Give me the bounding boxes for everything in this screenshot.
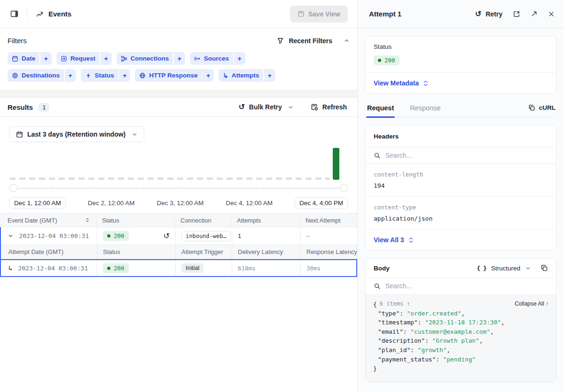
status-badge: 200	[103, 263, 129, 273]
status-badge: 200	[374, 55, 400, 65]
results-header: Results 1 ↺ Bulk Retry Refresh	[0, 98, 357, 117]
header-name: content-length	[374, 171, 548, 178]
json-open-brace[interactable]: {	[373, 300, 377, 309]
body-search	[366, 278, 556, 294]
filter-chip-sources-add[interactable]: +	[234, 55, 245, 62]
filter-chips: Date + Request + Connections + Sources +…	[8, 52, 299, 82]
filter-chip-http-response[interactable]: HTTP Response +	[135, 69, 214, 82]
headers-search-input[interactable]	[385, 152, 548, 159]
filter-chip-date[interactable]: Date +	[8, 52, 52, 65]
filter-chip-attempts[interactable]: ↳Attempts +	[219, 69, 275, 82]
slider-tick	[52, 185, 52, 189]
filters-title: Filters	[8, 37, 27, 45]
slider-handle-end[interactable]	[340, 184, 348, 192]
axis-label: Dec 4, 12:00 AM	[226, 200, 273, 207]
status-dot	[378, 59, 381, 62]
view-all-headers-link[interactable]: View All 3	[374, 236, 414, 244]
time-range-slider[interactable]	[9, 184, 348, 192]
filter-chip-destinations[interactable]: Destinations +	[8, 69, 76, 82]
bulk-retry-button[interactable]: ↺ Bulk Retry	[238, 103, 293, 111]
detail-header: Attempt 1 ↺ Retry	[358, 0, 564, 28]
header-value: application/json	[374, 215, 548, 222]
row-retry-icon[interactable]: ↺	[164, 232, 170, 240]
sidebar-toggle-icon[interactable]	[10, 10, 18, 18]
slider-tick	[179, 185, 179, 189]
axis-label: Dec 3, 12:00 AM	[157, 200, 204, 207]
close-panel-icon[interactable]	[548, 11, 555, 17]
expand-caret-icon[interactable]	[8, 233, 14, 239]
attempt-date: 2023-12-04 03:00:31	[18, 265, 88, 272]
curl-button[interactable]: cURL	[528, 104, 556, 113]
refresh-button[interactable]: Refresh	[311, 103, 347, 111]
json-close-brace: }	[373, 364, 548, 373]
time-axis: Dec 1, 12:00 AM Dec 2, 12:00 AM Dec 3, 1…	[9, 196, 348, 209]
body-mode-select[interactable]: Structured	[491, 265, 520, 272]
body-title: Body	[374, 265, 390, 272]
filter-chip-request-add[interactable]: +	[101, 55, 112, 62]
open-event-icon[interactable]	[513, 10, 520, 18]
json-line: "description": "Growth plan",	[373, 336, 548, 346]
save-icon	[298, 10, 305, 17]
filter-chip-request[interactable]: Request +	[56, 52, 112, 65]
filter-chip-date-add[interactable]: +	[40, 55, 52, 62]
recent-filters-button[interactable]: Recent Filters	[277, 37, 350, 45]
refresh-icon	[311, 103, 318, 111]
zero-baseline	[9, 177, 330, 180]
slider-tick	[136, 185, 137, 189]
attempt-row-selected[interactable]: ↳ 2023-12-04 03:00:31 200 Initial 618ms …	[1, 259, 357, 277]
tab-response[interactable]: Response	[409, 100, 441, 117]
copy-body-icon[interactable]	[540, 264, 548, 272]
headers-search	[366, 147, 556, 163]
axis-label: Dec 2, 12:00 AM	[88, 200, 135, 207]
status-dot	[107, 267, 110, 270]
detail-body: Status 200 View Metadata Request Respons…	[358, 28, 564, 390]
event-row[interactable]: 2023-12-04 03:00:31 200 ↺ inbound-web… 1…	[1, 227, 357, 245]
attempt-retry-button[interactable]: ↺ Retry	[475, 10, 502, 18]
events-table: Event Date (GMT) Status Connection Attem…	[0, 213, 357, 277]
header-entry: content-length 194	[366, 164, 556, 196]
chart-section: Last 3 days (Retention window) De	[0, 117, 357, 209]
filter-chip-connections[interactable]: Connections +	[117, 52, 185, 65]
next-attempt: –	[306, 232, 310, 239]
headers-card: Headers content-length 194 content-type …	[365, 125, 556, 251]
filter-chip-attempts-add[interactable]: +	[264, 72, 275, 79]
events-table-header: Event Date (GMT) Status Connection Attem…	[0, 213, 357, 227]
filter-chip-http-response-add[interactable]: +	[203, 72, 214, 79]
status-dot	[107, 234, 110, 238]
delivery-latency: 618ms	[238, 265, 256, 272]
chevron-down-icon	[132, 131, 138, 138]
filter-chip-connections-add[interactable]: +	[174, 55, 185, 62]
collapse-all-button[interactable]: Collapse All ↑	[515, 300, 548, 309]
json-viewer: { 6 items ↑ Collapse All ↑ "type": "orde…	[366, 294, 556, 382]
page-title: Events	[48, 10, 71, 18]
view-metadata-link[interactable]: View Metadata	[374, 79, 429, 87]
connection-tag[interactable]: inbound-web…	[181, 231, 231, 241]
slider-handle-start[interactable]	[9, 184, 17, 192]
search-icon	[374, 152, 381, 159]
results-title: Results	[8, 103, 33, 111]
event-count-bar[interactable]	[333, 148, 339, 180]
filter-chip-sources[interactable]: Sources +	[190, 52, 245, 65]
filter-chip-status[interactable]: Status +	[81, 69, 131, 82]
section-spacer	[0, 91, 357, 98]
sort-icon[interactable]	[85, 217, 90, 223]
save-view-button[interactable]: Save View	[290, 6, 348, 23]
chevron-down-icon[interactable]	[525, 265, 531, 271]
attempts-table-header: Attempt Date (GMT) Status Attempt Trigge…	[1, 245, 357, 259]
json-line: "timestamp": "2023-11-18 17:23:30",	[373, 318, 548, 327]
filter-chip-status-add[interactable]: +	[119, 72, 130, 79]
globe-icon	[139, 72, 146, 79]
retry-icon: ↺	[238, 103, 244, 111]
tab-request[interactable]: Request	[366, 100, 395, 117]
event-date: 2023-12-04 03:00:31	[19, 232, 89, 239]
structured-braces-icon: { }	[477, 265, 486, 272]
date-range-selector[interactable]: Last 3 days (Retention window)	[9, 126, 144, 142]
json-line: "payment_status": "pending"	[373, 355, 548, 364]
app: Events Save View Filters Recent Filters …	[0, 0, 564, 392]
status-label: Status	[374, 43, 548, 50]
expand-panel-icon[interactable]	[531, 10, 538, 17]
filter-chip-destinations-add[interactable]: +	[65, 72, 76, 79]
body-search-input[interactable]	[385, 282, 548, 290]
slider-tick	[306, 185, 306, 189]
response-latency: 30ms	[306, 265, 321, 272]
